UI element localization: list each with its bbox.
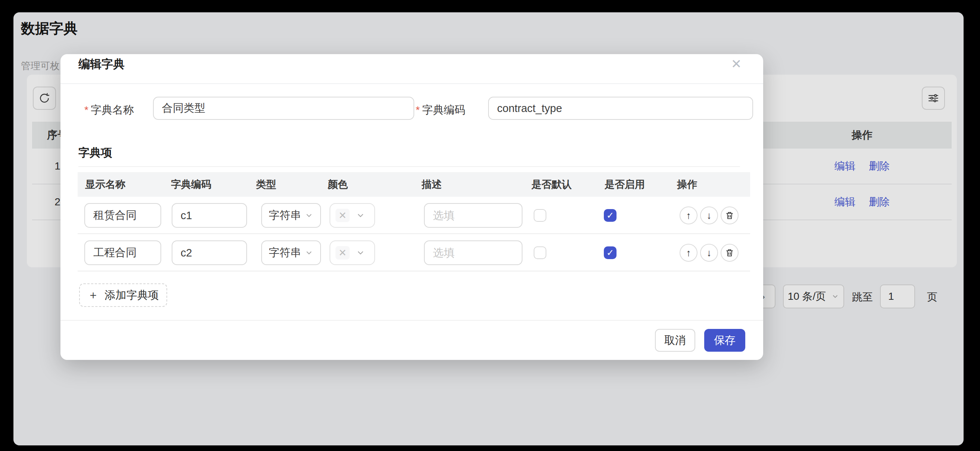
arrow-up-icon: ↑	[686, 247, 691, 259]
required-mark: *	[416, 104, 420, 116]
is-enabled-checkbox[interactable]: ✓	[604, 209, 617, 222]
dict-code-input[interactable]	[488, 97, 753, 120]
plus-icon: ＋	[88, 287, 99, 303]
edit-dictionary-modal: 编辑字典 ✕ *字典名称 *字典编码 字典项 显示名称 字典编码 类型 颜色 描…	[60, 54, 763, 360]
chevron-down-icon	[304, 211, 313, 220]
col-actions: 操作	[677, 178, 697, 191]
trash-icon	[725, 248, 735, 258]
item-code-input[interactable]	[172, 203, 247, 228]
item-type-select[interactable]: 字符串	[261, 203, 321, 228]
add-item-label: 添加字典项	[105, 288, 159, 303]
item-row: 字符串 ✕ ✓ ✓ ↑	[78, 234, 750, 271]
check-icon: ✓	[606, 210, 614, 221]
col-display-name: 显示名称	[85, 178, 126, 191]
item-color-select[interactable]: ✕	[329, 241, 375, 265]
footer-divider	[60, 320, 763, 321]
col-is-default: 是否默认	[531, 178, 572, 191]
item-color-select[interactable]: ✕	[329, 203, 375, 228]
delete-item-button[interactable]	[721, 206, 738, 225]
color-clear-icon: ✕	[336, 246, 350, 260]
section-divider	[78, 166, 740, 167]
col-desc: 描述	[422, 178, 442, 191]
items-table: 显示名称 字典编码 类型 颜色 描述 是否默认 是否启用 操作 字符串	[78, 172, 750, 271]
move-up-button[interactable]: ↑	[679, 206, 697, 225]
modal-title: 编辑字典	[78, 56, 125, 72]
is-default-checkbox[interactable]: ✓	[534, 209, 546, 222]
arrow-up-icon: ↑	[686, 210, 691, 222]
col-color: 颜色	[328, 178, 348, 191]
arrow-down-icon: ↓	[707, 210, 712, 222]
move-up-button[interactable]: ↑	[679, 244, 697, 262]
is-enabled-checkbox[interactable]: ✓	[604, 246, 617, 259]
screen: 数据字典 管理可枚	[0, 0, 980, 451]
item-type-select[interactable]: 字符串	[261, 241, 321, 265]
item-desc-input[interactable]	[424, 241, 522, 265]
dict-name-label: *字典名称	[84, 103, 134, 118]
is-default-checkbox[interactable]: ✓	[534, 246, 546, 259]
chevron-down-icon	[356, 248, 365, 258]
item-row: 字符串 ✕ ✓ ✓ ↑	[78, 197, 750, 234]
item-name-input[interactable]	[84, 203, 161, 228]
move-down-button[interactable]: ↓	[700, 244, 718, 262]
chevron-down-icon	[304, 248, 313, 257]
move-down-button[interactable]: ↓	[700, 206, 718, 225]
save-button[interactable]: 保存	[704, 329, 745, 352]
item-code-input[interactable]	[172, 241, 247, 265]
modal-header: 编辑字典 ✕	[60, 54, 763, 84]
color-clear-icon: ✕	[336, 209, 350, 222]
item-desc-input[interactable]	[424, 203, 522, 228]
delete-item-button[interactable]	[721, 244, 738, 262]
trash-icon	[725, 210, 735, 220]
add-item-button[interactable]: ＋ 添加字典项	[79, 284, 167, 307]
check-icon: ✓	[606, 247, 614, 258]
col-type: 类型	[256, 178, 276, 191]
items-section-title: 字典项	[78, 145, 112, 161]
dict-code-label: *字典编码	[416, 103, 465, 118]
cancel-button[interactable]: 取消	[655, 329, 695, 352]
arrow-down-icon: ↓	[707, 247, 712, 259]
required-mark: *	[84, 104, 88, 116]
chevron-down-icon	[356, 210, 365, 220]
item-name-input[interactable]	[84, 241, 161, 265]
dict-name-input[interactable]	[153, 97, 414, 120]
col-code: 字典编码	[171, 178, 211, 191]
close-icon[interactable]: ✕	[728, 56, 745, 72]
items-table-header: 显示名称 字典编码 类型 颜色 描述 是否默认 是否启用 操作	[78, 172, 750, 197]
col-is-enabled: 是否启用	[605, 178, 645, 191]
